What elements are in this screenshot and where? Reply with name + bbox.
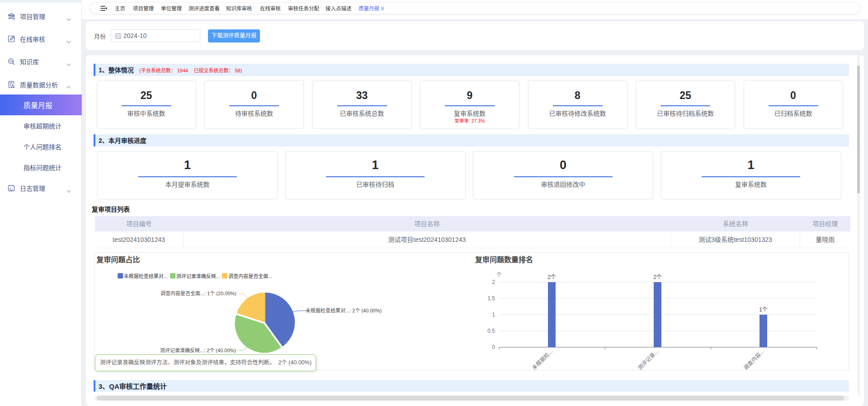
svg-text:调查内容是否全面...: 1个 (20.00%): 调查内容是否全面...: 1个 (20.00%) xyxy=(160,290,236,296)
svg-text:1: 1 xyxy=(492,312,495,318)
svg-text:1.5: 1.5 xyxy=(487,295,495,302)
svg-text:0: 0 xyxy=(492,344,495,350)
svg-text:2个: 2个 xyxy=(547,274,556,280)
svg-text:调查内容是否全面...: 调查内容是否全面... xyxy=(228,273,272,279)
svg-text:未根据检查结果对...: 未根据检查结果对... xyxy=(124,273,168,279)
svg-text:复审问题占比: 复审问题占比 xyxy=(96,255,140,264)
svg-text:测评记录准确反映...: 测评记录准确反映... xyxy=(176,274,220,279)
svg-text:未根据检...: 未根据检... xyxy=(530,348,554,371)
svg-text:调查内容...: 调查内容... xyxy=(742,348,765,371)
svg-text:测评记录...: 测评记录... xyxy=(637,348,660,371)
svg-text:2: 2 xyxy=(492,279,495,285)
svg-text:2个: 2个 xyxy=(653,274,662,280)
svg-text:复审问题数量排名: 复审问题数量排名 xyxy=(475,255,533,264)
svg-text:1个: 1个 xyxy=(759,307,768,313)
svg-text:0.5: 0.5 xyxy=(487,328,495,334)
svg-text:未根据检查结果对...: 2个 (40.00%): 未根据检查结果对...: 2个 (40.00%) xyxy=(306,307,382,313)
svg-text:测评记录准确反映...: 2个 (40.00%): 测评记录准确反映...: 2个 (40.00%) xyxy=(160,348,236,353)
